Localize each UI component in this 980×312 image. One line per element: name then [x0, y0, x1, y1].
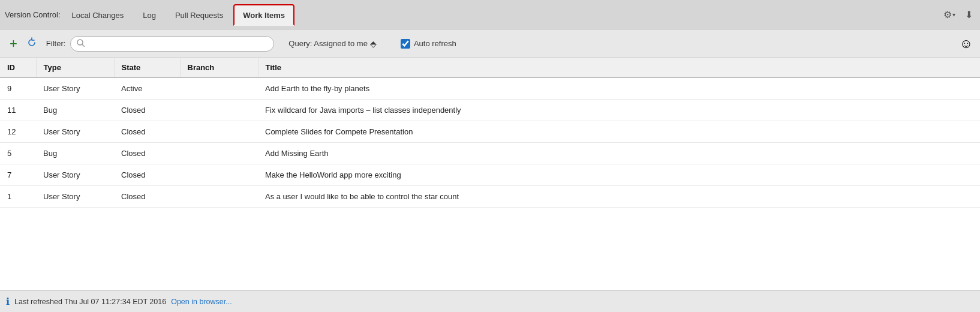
- cell-id: 1: [0, 186, 36, 208]
- toolbar: + Filter: Query: Assigned to me: [0, 29, 980, 58]
- cell-state: Closed: [114, 100, 180, 121]
- table-row[interactable]: 9 User Story Active Add Earth to the fly…: [0, 77, 980, 100]
- work-items-table-container: ID Type State Branch Title 9 User Story …: [0, 58, 980, 290]
- status-text: Last refreshed Thu Jul 07 11:27:34 EDT 2…: [14, 298, 166, 306]
- cell-state: Closed: [114, 143, 180, 164]
- query-dropdown-arrow: ⬘: [370, 39, 377, 49]
- version-control-label: Version Control:: [5, 10, 61, 19]
- cell-branch: [180, 121, 258, 143]
- svg-line-1: [82, 44, 85, 47]
- work-items-table: ID Type State Branch Title 9 User Story …: [0, 58, 980, 208]
- auto-refresh-checkbox[interactable]: [401, 39, 410, 49]
- cell-branch: [180, 77, 258, 100]
- col-header-title: Title: [258, 58, 980, 77]
- col-header-id: ID: [0, 58, 36, 77]
- cell-type: User Story: [36, 121, 114, 143]
- smiley-button[interactable]: ☺: [960, 36, 973, 52]
- cell-type: Bug: [36, 100, 114, 121]
- refresh-button[interactable]: [25, 35, 39, 52]
- table-header: ID Type State Branch Title: [0, 58, 980, 77]
- settings-button[interactable]: ⚙ ▾: [941, 7, 958, 23]
- cell-type: User Story: [36, 164, 114, 186]
- download-icon: ⬇: [965, 10, 973, 20]
- filter-label: Filter:: [46, 39, 66, 48]
- search-box[interactable]: [70, 36, 274, 52]
- cell-branch: [180, 186, 258, 208]
- tab-local-changes-label: Local Changes: [72, 11, 124, 20]
- cell-type: User Story: [36, 186, 114, 208]
- cell-title: Add Earth to the fly-by planets: [258, 77, 980, 100]
- tab-log-label: Log: [143, 11, 156, 20]
- refresh-icon: [26, 37, 37, 50]
- open-in-browser-link[interactable]: Open in browser...: [171, 298, 232, 306]
- main-content: + Filter: Query: Assigned to me: [0, 29, 980, 312]
- table-body: 9 User Story Active Add Earth to the fly…: [0, 77, 980, 208]
- cell-id: 9: [0, 77, 36, 100]
- cell-branch: [180, 143, 258, 164]
- tab-log[interactable]: Log: [134, 4, 165, 26]
- auto-refresh-label: Auto refresh: [414, 39, 456, 48]
- download-button[interactable]: ⬇: [963, 7, 975, 23]
- auto-refresh-section: Auto refresh: [401, 39, 456, 49]
- col-header-branch: Branch: [180, 58, 258, 77]
- cell-title: Fix wildcard for Java imports – list cla…: [258, 100, 980, 121]
- cell-id: 5: [0, 143, 36, 164]
- cell-branch: [180, 100, 258, 121]
- cell-branch: [180, 164, 258, 186]
- cell-title: Add Missing Earth: [258, 143, 980, 164]
- query-dropdown[interactable]: Query: Assigned to me ⬘: [279, 39, 377, 49]
- gear-icon: ⚙: [943, 9, 952, 20]
- table-row[interactable]: 1 User Story Closed As a user I would li…: [0, 186, 980, 208]
- cell-state: Closed: [114, 121, 180, 143]
- status-bar: ℹ Last refreshed Thu Jul 07 11:27:34 EDT…: [0, 290, 980, 312]
- tab-bar: Version Control: Local Changes Log Pull …: [0, 0, 980, 29]
- cell-type: Bug: [36, 143, 114, 164]
- tab-pull-requests-label: Pull Requests: [175, 11, 223, 20]
- tab-local-changes[interactable]: Local Changes: [63, 4, 133, 26]
- cell-state: Active: [114, 77, 180, 100]
- cell-id: 11: [0, 100, 36, 121]
- cell-state: Closed: [114, 164, 180, 186]
- table-row[interactable]: 5 Bug Closed Add Missing Earth: [0, 143, 980, 164]
- search-input[interactable]: [88, 39, 267, 48]
- search-icon: [77, 39, 85, 49]
- cell-id: 12: [0, 121, 36, 143]
- gear-dropdown-arrow: ▾: [952, 11, 955, 18]
- table-row[interactable]: 12 User Story Closed Complete Slides for…: [0, 121, 980, 143]
- table-row[interactable]: 7 User Story Closed Make the HelloWorld …: [0, 164, 980, 186]
- tab-work-items[interactable]: Work Items: [233, 4, 294, 26]
- cell-id: 7: [0, 164, 36, 186]
- cell-state: Closed: [114, 186, 180, 208]
- query-label: Query: Assigned to me: [288, 39, 368, 48]
- tab-work-items-label: Work Items: [243, 11, 285, 20]
- table-row[interactable]: 11 Bug Closed Fix wildcard for Java impo…: [0, 100, 980, 121]
- col-header-type: Type: [36, 58, 114, 77]
- cell-type: User Story: [36, 77, 114, 100]
- tab-bar-actions: ⚙ ▾ ⬇: [941, 7, 975, 23]
- cell-title: Complete Slides for Compete Presentation: [258, 121, 980, 143]
- col-header-state: State: [114, 58, 180, 77]
- tab-pull-requests[interactable]: Pull Requests: [166, 4, 232, 26]
- add-work-item-button[interactable]: +: [7, 37, 20, 50]
- cell-title: Make the HelloWorld app more exciting: [258, 164, 980, 186]
- cell-title: As a user I would like to be able to con…: [258, 186, 980, 208]
- info-icon: ℹ: [6, 296, 10, 307]
